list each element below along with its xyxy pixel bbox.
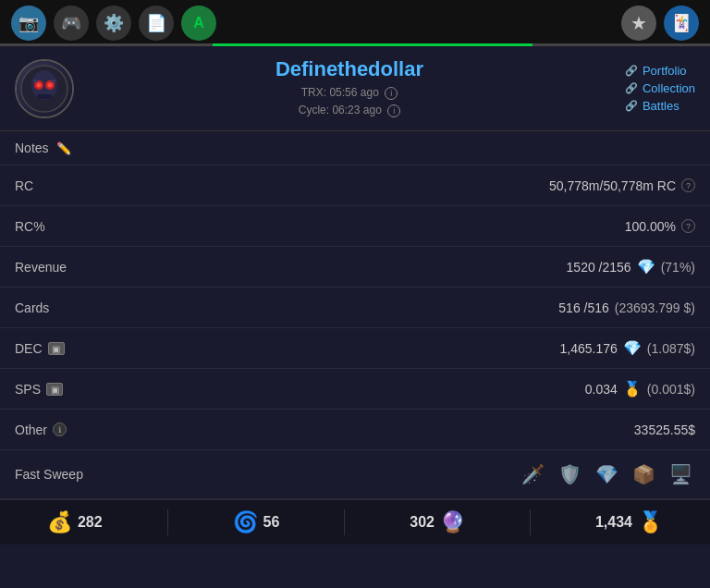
rc-info-icon[interactable]: ? [681, 178, 695, 192]
svg-rect-7 [33, 80, 38, 82]
rc-row: RC 50,778m/50,778m RC ? [0, 165, 710, 206]
gem-icon: 💎 [637, 258, 655, 276]
revenue-row: Revenue 1520 /2156 💎 (71%) [0, 247, 710, 288]
notes-edit-icon[interactable]: ✏️ [56, 141, 71, 155]
profile-section: Definethedollar TRX: 05:56 ago i Cycle: … [0, 46, 710, 131]
top-nav: 📷 🎮 ⚙️ 📄 A ★ 🃏 [0, 0, 710, 46]
rc-pct-info-icon[interactable]: ? [681, 219, 695, 233]
swirl-stat: 🌀 56 [233, 510, 280, 534]
potion-value: 302 [410, 514, 435, 531]
revenue-label: Revenue [15, 260, 67, 275]
stats-bar: 💰 282 🌀 56 302 🔮 1,434 🏅 [0, 499, 710, 545]
rc-pct-value: 100.00% ? [625, 219, 695, 234]
gold-bag-icon: 💰 [47, 510, 72, 534]
rc-pct-label: RC% [15, 219, 45, 234]
trx-info-icon[interactable]: i [385, 87, 398, 100]
sps-gold-icon: 🥇 [623, 380, 642, 398]
cards-value-text: 516 /516 [558, 300, 609, 315]
svg-rect-8 [51, 80, 55, 82]
dec-label: DEC ▣ [15, 341, 65, 356]
document-nav-icon[interactable]: 📄 [139, 6, 174, 41]
swirl-icon: 🌀 [233, 510, 258, 534]
dec-gem-icon: 💎 [623, 339, 642, 357]
other-value-text: 33525.55$ [634, 423, 695, 437]
svg-point-4 [37, 82, 42, 87]
sweep-sword-icon[interactable]: 🗡️ [518, 459, 547, 489]
revenue-value: 1520 /2156 💎 (71%) [567, 258, 695, 276]
medal-value: 1,434 [595, 514, 632, 531]
dec-value-text: 1,465.176 [560, 341, 618, 356]
rc-pct-row: RC% 100.00% ? [0, 206, 710, 247]
dec-row: DEC ▣ 1,465.176 💎 (1.087$) [0, 328, 710, 369]
sweep-shield-icon[interactable]: 🛡️ [555, 459, 584, 489]
gamepad-nav-icon[interactable]: 🎮 [54, 6, 89, 41]
other-info-icon[interactable]: ℹ [53, 423, 67, 436]
other-value: 33525.55$ [634, 423, 695, 437]
cards-dollar-text: (23693.799 $) [615, 300, 695, 315]
sps-wallet-icon[interactable]: ▣ [46, 383, 63, 396]
potion-stat: 302 🔮 [410, 510, 465, 534]
other-row: Other ℹ 33525.55$ [0, 410, 710, 450]
revenue-value-text: 1520 /2156 [567, 260, 631, 275]
star-nav-icon[interactable]: ★ [621, 6, 656, 41]
gold-bag-stat: 💰 282 [47, 510, 103, 534]
fast-sweep-label: Fast Sweep [15, 467, 83, 482]
medal-icon: 🏅 [638, 510, 663, 534]
trx-label: TRX: [301, 86, 326, 99]
sps-row: SPS ▣ 0.034 🥇 (0.001$) [0, 369, 710, 410]
sps-label: SPS ▣ [15, 382, 63, 397]
dec-dollar-text: (1.087$) [647, 341, 695, 356]
profile-name: Definethedollar [87, 57, 612, 81]
rc-value-text: 50,778m/50,778m RC [549, 178, 676, 193]
stat-divider-1 [167, 509, 168, 535]
revenue-pct-text: (71%) [661, 260, 695, 275]
cards-row: Cards 516 /516 (23693.799 $) [0, 288, 710, 328]
sweep-box-icon[interactable]: 📦 [629, 459, 658, 489]
avatar [15, 59, 74, 118]
gold-bag-value: 282 [78, 514, 103, 531]
sps-value-text: 0.034 [585, 382, 618, 397]
potion-icon: 🔮 [440, 510, 465, 534]
stat-divider-2 [344, 509, 345, 535]
notes-label: Notes [15, 141, 49, 155]
portfolio-link[interactable]: Portfolio [625, 64, 687, 78]
stat-divider-3 [530, 509, 531, 535]
dec-value: 1,465.176 💎 (1.087$) [560, 339, 695, 357]
actifit-nav-icon[interactable]: A [181, 6, 216, 41]
main-content: Notes ✏️ RC 50,778m/50,778m RC ? RC% 100… [0, 131, 710, 499]
dec-wallet-icon[interactable]: ▣ [48, 342, 65, 355]
rc-label: RC [15, 178, 33, 193]
card-nav-icon[interactable]: 🃏 [664, 6, 699, 41]
medal-stat: 1,434 🏅 [595, 510, 663, 534]
settings-nav-icon[interactable]: ⚙️ [96, 6, 131, 41]
swirl-value: 56 [263, 514, 280, 531]
rc-pct-value-text: 100.00% [625, 219, 676, 234]
svg-rect-6 [37, 94, 52, 99]
collection-link[interactable]: Collection [625, 81, 695, 95]
notes-row: Notes ✏️ [0, 131, 710, 165]
fast-sweep-row: Fast Sweep 🗡️ 🛡️ 💎 📦 🖥️ [0, 450, 710, 499]
cycle-info-icon[interactable]: i [387, 104, 400, 117]
cards-value: 516 /516 (23693.799 $) [558, 300, 695, 315]
sweep-monitor-icon[interactable]: 🖥️ [666, 459, 695, 489]
trx-time: 05:56 ago [329, 86, 378, 99]
other-label: Other ℹ [15, 423, 67, 437]
profile-meta: TRX: 05:56 ago i Cycle: 06:23 ago i [87, 84, 612, 119]
battles-link[interactable]: Battles [625, 99, 679, 113]
cycle-label: Cycle: [299, 104, 329, 116]
sweep-diamond-icon[interactable]: 💎 [592, 459, 621, 489]
profile-links: Portfolio Collection Battles [625, 64, 695, 113]
sps-dollar-text: (0.001$) [647, 382, 695, 397]
sps-value: 0.034 🥇 (0.001$) [585, 380, 695, 398]
cycle-time: 06:23 ago [332, 104, 381, 116]
sweep-icons: 🗡️ 🛡️ 💎 📦 🖥️ [518, 459, 695, 489]
profile-info: Definethedollar TRX: 05:56 ago i Cycle: … [87, 57, 612, 119]
svg-point-5 [48, 82, 53, 87]
cards-label: Cards [15, 300, 49, 315]
camera-nav-icon[interactable]: 📷 [11, 6, 46, 41]
rc-value: 50,778m/50,778m RC ? [549, 178, 695, 193]
